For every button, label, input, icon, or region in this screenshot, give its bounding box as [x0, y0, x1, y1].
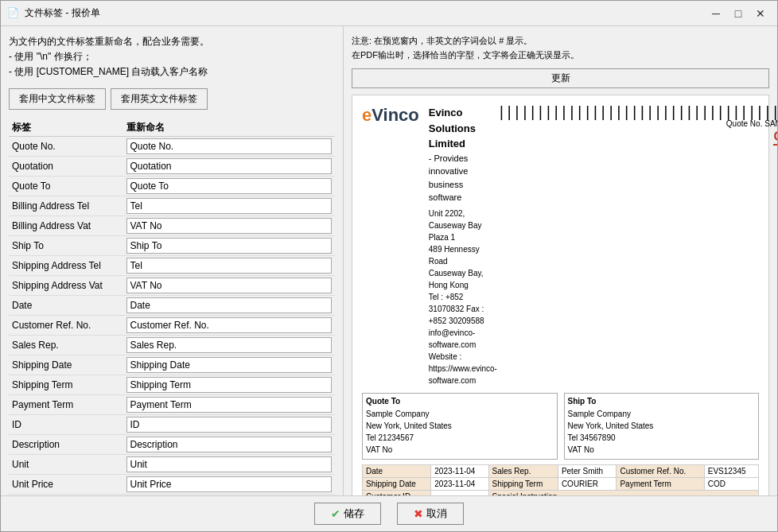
label-input-0[interactable] — [126, 138, 333, 154]
billing-tel: Tel 21234567 — [366, 432, 554, 444]
shipping-address: New York, United States — [568, 420, 756, 432]
label-row-10: Sales Rep. — [9, 335, 335, 355]
label-input-cell-7 — [123, 275, 336, 295]
main-window: 📄 文件标签 - 报价单 ─ □ ✕ 为文件内的文件标签重新命名，配合业务需要。… — [0, 0, 778, 532]
cancel-button[interactable]: ✖ 取消 — [397, 503, 464, 525]
label-btn-row: 套用中文文件标签 套用英文文件标签 — [9, 88, 335, 110]
label-input-2[interactable] — [126, 178, 333, 194]
shipping-tel: Tel 34567890 — [568, 432, 756, 444]
label-name-3: Billing Address Tel — [9, 196, 123, 216]
label-input-16[interactable] — [126, 456, 333, 472]
label-name-5: Ship To — [9, 235, 123, 255]
label-name-14: ID — [9, 414, 123, 434]
logo-brand: Vinco — [371, 105, 419, 125]
label-name-6: Shipping Address Tel — [9, 255, 123, 275]
window-title: 文件标签 - 报价单 — [25, 6, 706, 20]
label-input-cell-5 — [123, 235, 336, 255]
footer-bar: ✔ 储存 ✖ 取消 — [1, 495, 777, 531]
label-row-12: Shipping Term — [9, 375, 335, 394]
label-row-0: Quote No. — [9, 136, 335, 156]
label-input-7[interactable] — [126, 278, 333, 293]
notice-line2: 在PDF输出时，选择恰当的字型，文字将会正确无误显示。 — [352, 49, 769, 63]
salesrep-value: Peter Smith — [558, 464, 617, 477]
label-input-17[interactable] — [126, 476, 333, 492]
labels-table: 标签 重新命名 Quote No. Quotation Quote To Bil… — [9, 119, 335, 495]
quote-no-value: SAMPLE-QUO-001 — [764, 119, 777, 128]
check-icon: ✔ — [331, 507, 340, 520]
save-button[interactable]: ✔ 储存 — [314, 503, 381, 525]
shipdate-label: Shipping Date — [363, 477, 431, 490]
label-input-10[interactable] — [126, 337, 333, 353]
label-input-cell-1 — [123, 156, 336, 176]
label-input-3[interactable] — [126, 198, 333, 214]
custref-value: EVS12345 — [704, 464, 758, 477]
label-input-cell-6 — [123, 255, 336, 275]
label-input-cell-12 — [123, 375, 336, 394]
label-row-17: Unit Price — [9, 474, 335, 494]
chinese-labels-button[interactable]: 套用中文文件标签 — [9, 88, 106, 110]
label-input-8[interactable] — [126, 297, 333, 313]
billing-header: Quote To — [366, 397, 554, 406]
logo-text: eVinco — [362, 105, 419, 125]
label-input-cell-14 — [123, 414, 336, 434]
col-header-label: 标签 — [9, 119, 123, 137]
instruction-line1: 为文件内的文件标签重新命名，配合业务需要。 — [9, 34, 335, 49]
label-input-1[interactable] — [126, 158, 333, 174]
company-address3: Causeway Bay, Hong Kong — [429, 267, 497, 291]
label-input-4[interactable] — [126, 218, 333, 234]
instructions: 为文件内的文件标签重新命名，配合业务需要。 - 使用 "\n" 作换行； - 使… — [9, 34, 335, 80]
label-row-9: Customer Ref. No. — [9, 315, 335, 335]
label-row-5: Ship To — [9, 235, 335, 255]
label-row-15: Description — [9, 434, 335, 454]
special-instr-label: Special Instruction — [488, 490, 758, 495]
label-input-cell-10 — [123, 335, 336, 355]
save-label: 储存 — [344, 507, 364, 521]
company-address2: 489 Hennessy Road — [429, 243, 497, 267]
shipterm-value: COURIER — [558, 477, 617, 490]
label-input-5[interactable] — [126, 238, 333, 254]
label-row-6: Shipping Address Tel — [9, 255, 335, 275]
company-name: Evinco Solutions Limited — [429, 105, 497, 152]
label-input-15[interactable] — [126, 437, 333, 452]
quote-no-display: Quote No. SAMPLE-QUO-001 — [497, 119, 777, 128]
maximize-button[interactable]: □ — [728, 6, 749, 21]
label-row-11: Shipping Date — [9, 355, 335, 375]
label-name-13: Payment Term — [9, 394, 123, 414]
update-button[interactable]: 更新 — [352, 68, 769, 88]
shipping-header: Ship To — [568, 397, 756, 406]
label-input-6[interactable] — [126, 258, 333, 274]
label-input-cell-0 — [123, 136, 336, 156]
company-tagline: - Provides innovative business software — [429, 152, 497, 204]
label-row-8: Date — [9, 295, 335, 315]
label-input-11[interactable] — [126, 357, 333, 373]
label-name-2: Quote To — [9, 176, 123, 196]
notice-box: 注意: 在预览窗内，非英文的字词会以 # 显示。 在PDF输出时，选择恰当的字型… — [352, 34, 769, 62]
salesrep-label: Sales Rep. — [488, 464, 558, 477]
cancel-label: 取消 — [426, 507, 447, 521]
label-input-cell-17 — [123, 474, 336, 494]
minimize-button[interactable]: ─ — [706, 6, 726, 21]
label-input-14[interactable] — [126, 417, 333, 433]
close-button[interactable]: ✕ — [750, 6, 771, 21]
label-input-13[interactable] — [126, 397, 333, 413]
company-info: Evinco Solutions Limited - Provides inno… — [429, 105, 497, 386]
payterm-label: Payment Term — [617, 477, 704, 490]
label-input-12[interactable] — [126, 377, 333, 393]
company-logo: eVinco — [362, 105, 419, 126]
invoice-preview: eVinco Evinco Solutions Limited - Provid… — [352, 95, 769, 495]
shipping-content: Sample Company New York, United States T… — [568, 408, 756, 456]
label-input-9[interactable] — [126, 317, 333, 333]
label-name-10: Sales Rep. — [9, 335, 123, 355]
invoice-header: eVinco Evinco Solutions Limited - Provid… — [362, 105, 759, 386]
instruction-line2: - 使用 "\n" 作换行； — [9, 49, 335, 64]
label-row-4: Billing Address Vat — [9, 216, 335, 235]
notice-line1: 注意: 在预览窗内，非英文的字词会以 # 显示。 — [352, 34, 769, 49]
date-value: 2023-11-04 — [431, 464, 488, 477]
company-email: info@evinco-software.com — [429, 327, 497, 351]
label-row-1: Quotation — [9, 156, 335, 176]
company-tel: Tel : +852 31070832 Fax : +852 30209588 — [429, 291, 497, 327]
billing-content: Sample Company New York, United States T… — [366, 408, 554, 456]
english-labels-button[interactable]: 套用英文文件标签 — [111, 88, 208, 110]
billing-company: Sample Company — [366, 408, 554, 420]
label-input-cell-9 — [123, 315, 336, 335]
